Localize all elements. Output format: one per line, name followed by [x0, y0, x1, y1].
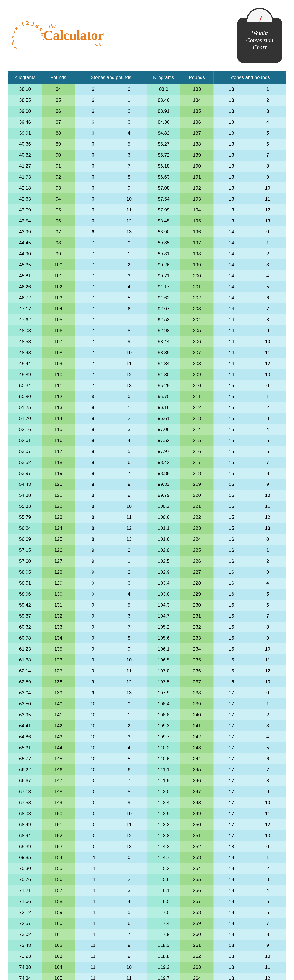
table-cell: 10	[250, 183, 286, 194]
table-cell: 59.87	[8, 611, 42, 622]
table-cell: 87	[42, 117, 75, 127]
table-cell: 97.97	[147, 446, 180, 457]
conversion-table-wrapper: Kilograms Pounds Stones and pounds Kilog…	[8, 70, 286, 980]
table-cell: 15	[213, 479, 250, 490]
table-cell: 7	[75, 259, 111, 270]
table-cell: 230	[180, 600, 214, 611]
table-cell: 241	[180, 720, 214, 731]
table-cell: 104	[42, 303, 75, 314]
table-cell: 9	[75, 545, 111, 556]
table-cell: 17	[213, 687, 250, 698]
table-cell: 89.81	[147, 248, 180, 259]
table-cell: 9	[250, 940, 286, 951]
table-cell: 87.99	[147, 204, 180, 215]
table-cell: 93.44	[147, 336, 180, 347]
table-cell: 253	[180, 852, 214, 863]
table-cell: 105	[42, 314, 75, 325]
table-cell: 112.4	[147, 797, 180, 808]
table-cell: 117	[42, 446, 75, 457]
table-cell: 8	[75, 501, 111, 512]
table-cell: 3	[111, 731, 147, 742]
table-cell: 56.69	[8, 534, 42, 545]
table-cell: 66.67	[8, 775, 42, 786]
table-cell: 105.6	[147, 633, 180, 643]
table-cell: 13	[213, 183, 250, 194]
table-cell: 118	[42, 457, 75, 468]
table-row: 46.721037591.62202146	[8, 292, 286, 303]
table-cell: 2	[250, 863, 286, 874]
table-cell: 90.26	[147, 259, 180, 270]
table-cell: 11	[111, 512, 147, 523]
table-cell: 10	[75, 698, 111, 710]
table-row: 45.811017390.71200144	[8, 270, 286, 281]
table-cell: 222	[180, 512, 214, 523]
table-cell: 199	[180, 259, 214, 270]
table-cell: 6	[75, 117, 111, 127]
table-cell: 214	[180, 424, 214, 435]
table-cell: 70.30	[8, 863, 42, 874]
table-cell: 93.89	[147, 347, 180, 358]
table-cell: 252	[180, 841, 214, 852]
table-cell: 109	[42, 358, 75, 369]
weight-scale-icon: Weight Conversion Chart	[237, 8, 282, 63]
table-cell: 154	[42, 852, 75, 863]
table-cell: 248	[180, 797, 214, 808]
table-cell: 209	[180, 369, 214, 380]
table-cell: 237	[180, 676, 214, 687]
table-cell: 1	[111, 863, 147, 874]
table-cell: 243	[180, 742, 214, 753]
table-cell: 18	[213, 929, 250, 940]
table-cell: 3	[111, 578, 147, 589]
table-cell: 41.27	[8, 161, 42, 172]
table-cell: 18	[213, 951, 250, 962]
table-cell: 117.0	[147, 907, 180, 918]
table-cell: 1	[111, 710, 147, 720]
table-cell: 8	[75, 490, 111, 501]
table-cell: 7	[75, 303, 111, 314]
table-cell: 186	[180, 117, 214, 127]
table-cell: 226	[180, 556, 214, 566]
table-cell: 17	[213, 797, 250, 808]
table-row: 63.50140100108.4239171	[8, 698, 286, 710]
table-cell: 64.86	[8, 731, 42, 742]
table-cell: 86.63	[147, 172, 180, 183]
table-cell: 192	[180, 183, 214, 194]
table-row: 58.0512892102.9227163	[8, 566, 286, 578]
table-cell: 17	[213, 808, 250, 819]
table-cell: 18	[213, 907, 250, 918]
table-row: 51.701148296.61213153	[8, 413, 286, 424]
table-cell: 18	[213, 841, 250, 852]
table-cell: 9	[111, 490, 147, 501]
table-row: 68.941521012113.82511713	[8, 830, 286, 841]
table-cell: 9	[75, 566, 111, 578]
table-cell: 9	[111, 951, 147, 962]
table-cell: 158	[42, 896, 75, 907]
table-cell: 112.9	[147, 808, 180, 819]
table-cell: 153	[42, 841, 75, 852]
table-cell: 6	[75, 150, 111, 161]
th-kg-b: Kilograms	[147, 71, 180, 84]
table-cell: 10	[75, 764, 111, 775]
table-cell: 11	[75, 852, 111, 863]
table-row: 66.22146106111.1245177	[8, 764, 286, 775]
table-cell: 87.08	[147, 183, 180, 194]
table-cell: 4	[250, 424, 286, 435]
table-cell: 68.94	[8, 830, 42, 841]
table-cell: 42.63	[8, 194, 42, 204]
table-cell: 3	[111, 270, 147, 281]
table-cell: 11	[111, 358, 147, 369]
svg-text:= % ÷ + × −: = % ÷ + × −	[12, 22, 23, 51]
table-row: 57.1512690102.0225161	[8, 545, 286, 556]
table-cell: 60.32	[8, 622, 42, 633]
table-cell: 148	[42, 786, 75, 797]
table-cell: 7	[250, 457, 286, 468]
table-row: 71.21157113116.1256184	[8, 885, 286, 896]
table-cell: 103.4	[147, 578, 180, 589]
table-cell: 109.7	[147, 731, 180, 742]
table-cell: 151	[42, 819, 75, 830]
table-cell: 92	[42, 172, 75, 183]
table-cell: 95.70	[147, 391, 180, 402]
table-cell: 118.3	[147, 940, 180, 951]
table-cell: 6	[250, 753, 286, 764]
table-cell: 234	[180, 643, 214, 654]
